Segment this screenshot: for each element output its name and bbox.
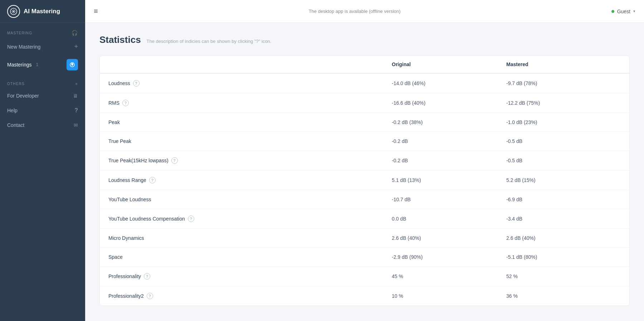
masterings-label: Masterings: [7, 62, 31, 68]
masterings-icon: [67, 59, 78, 70]
row-original-value: -16.6 dB (40%): [392, 93, 506, 113]
app-title: AI Mastering: [24, 8, 60, 15]
row-label: Space: [108, 248, 392, 266]
row-mastered-value: -12.2 dB (75%): [506, 93, 621, 113]
row-mastered-value: 36 %: [506, 286, 621, 306]
row-mastered-value: -9.7 dB (78%): [506, 74, 621, 93]
help-question-icon[interactable]: ?: [149, 177, 156, 183]
row-original-value: -0.2 dB: [392, 132, 506, 150]
sidebar-item-masterings[interactable]: Masterings 1: [0, 55, 85, 75]
sidebar-item-new-mastering[interactable]: New Mastering +: [0, 39, 85, 55]
row-label: YouTube Loudness: [108, 190, 392, 209]
help-question-icon[interactable]: ?: [147, 293, 153, 299]
page-header: Statistics The description of indicies c…: [99, 34, 630, 45]
row-label: True Peak(15kHz lowpass)?: [108, 151, 392, 170]
row-label: Loudness Range?: [108, 171, 392, 190]
username: Guest: [617, 9, 630, 14]
sidebar-item-contact[interactable]: Contact ✉: [0, 118, 85, 132]
help-question-icon[interactable]: ?: [144, 273, 150, 280]
row-mastered-value: -6.9 dB: [506, 190, 621, 209]
row-original-value: -0.2 dB: [392, 151, 506, 170]
table-body: Loudness?-14.0 dB (46%)-9.7 dB (78%)RMS?…: [100, 74, 629, 306]
row-label: Professionality?: [108, 267, 392, 286]
table-row: Loudness Range?5.1 dB (13%)5.2 dB (15%): [100, 171, 629, 190]
sidebar: AI Mastering Mastering 🎧 New Mastering +…: [0, 0, 85, 321]
stats-table: Original Mastered Loudness?-14.0 dB (46%…: [99, 55, 630, 306]
row-mastered-value: -1.0 dB (23%): [506, 113, 621, 132]
monitor-icon: 🖥: [73, 93, 78, 99]
contact-label: Contact: [7, 122, 24, 128]
topbar: ≡ The desktop app is available (offline …: [85, 0, 644, 23]
table-header: Original Mastered: [100, 56, 629, 74]
row-original-value: -10.7 dB: [392, 190, 506, 209]
masterings-badge: 1: [36, 62, 38, 67]
row-original-value: 10 %: [392, 286, 506, 306]
row-mastered-value: -0.5 dB: [506, 151, 621, 170]
row-mastered-value: -5.1 dB (80%): [506, 248, 621, 266]
row-original-value: 45 %: [392, 267, 506, 286]
table-row: True Peak-0.2 dB-0.5 dB: [100, 132, 629, 151]
list-icon: ≡: [75, 82, 78, 86]
table-row: Professionality2?10 %36 %: [100, 286, 629, 306]
logo-icon: [7, 5, 20, 18]
main-content: Statistics The description of indicies c…: [85, 23, 644, 321]
sidebar-logo: AI Mastering: [0, 0, 85, 23]
developer-label: For Developer: [7, 93, 39, 99]
hamburger-icon[interactable]: ≡: [94, 7, 98, 15]
row-label: Micro Dynamics: [108, 229, 392, 247]
online-status-dot: [611, 10, 614, 13]
table-row: True Peak(15kHz lowpass)?-0.2 dB-0.5 dB: [100, 151, 629, 171]
row-original-value: 5.1 dB (13%): [392, 171, 506, 190]
main-wrapper: ≡ The desktop app is available (offline …: [85, 0, 644, 321]
row-original-value: 0.0 dB: [392, 209, 506, 228]
new-mastering-label: New Mastering: [7, 44, 40, 50]
table-row: Micro Dynamics2.6 dB (40%)2.6 dB (40%): [100, 229, 629, 248]
topbar-notification: The desktop app is available (offline ve…: [309, 9, 401, 14]
row-original-value: -14.0 dB (46%): [392, 74, 506, 93]
page-title: Statistics: [99, 34, 141, 45]
table-row: Space-2.9 dB (90%)-5.1 dB (80%): [100, 248, 629, 267]
row-label: Peak: [108, 113, 392, 132]
sidebar-item-help[interactable]: Help ?: [0, 103, 85, 118]
mastering-section-label: Mastering 🎧: [0, 23, 85, 39]
row-label: True Peak: [108, 132, 392, 150]
table-row: Professionality?45 %52 %: [100, 267, 629, 286]
row-mastered-value: 52 %: [506, 267, 621, 286]
row-mastered-value: -3.4 dB: [506, 209, 621, 228]
row-mastered-value: 5.2 dB (15%): [506, 171, 621, 190]
table-row: Peak-0.2 dB (38%)-1.0 dB (23%): [100, 113, 629, 132]
svg-point-1: [13, 11, 14, 12]
row-label: Loudness?: [108, 74, 392, 93]
sidebar-item-developer[interactable]: For Developer 🖥: [0, 89, 85, 103]
others-section-label: Others ≡: [0, 75, 85, 89]
help-icon: ?: [74, 107, 78, 114]
col-original-header: Original: [392, 56, 506, 73]
col-mastered-header: Mastered: [506, 56, 621, 73]
headphone-icon: 🎧: [72, 30, 78, 36]
topbar-left: ≡: [94, 7, 98, 15]
page-subtitle: The description of indicies can be shown…: [147, 39, 272, 44]
user-menu[interactable]: Guest ▾: [611, 9, 635, 14]
row-mastered-value: -0.5 dB: [506, 132, 621, 150]
table-row: YouTube Loudness-10.7 dB-6.9 dB: [100, 190, 629, 209]
table-row: Loudness?-14.0 dB (46%)-9.7 dB (78%): [100, 74, 629, 93]
mail-icon: ✉: [74, 122, 78, 128]
add-icon[interactable]: +: [74, 43, 78, 50]
row-original-value: 2.6 dB (40%): [392, 229, 506, 247]
chevron-down-icon: ▾: [633, 9, 635, 14]
row-original-value: -2.9 dB (90%): [392, 248, 506, 266]
help-question-icon[interactable]: ?: [122, 100, 129, 106]
row-label: RMS?: [108, 93, 392, 113]
row-mastered-value: 2.6 dB (40%): [506, 229, 621, 247]
help-question-icon[interactable]: ?: [133, 80, 140, 87]
help-question-icon[interactable]: ?: [171, 157, 178, 164]
table-row: YouTube Loudness Compensation?0.0 dB-3.4…: [100, 209, 629, 229]
row-label: YouTube Loudness Compensation?: [108, 209, 392, 228]
help-label: Help: [7, 108, 18, 113]
table-row: RMS?-16.6 dB (40%)-12.2 dB (75%): [100, 93, 629, 113]
row-label: Professionality2?: [108, 286, 392, 306]
help-question-icon[interactable]: ?: [188, 216, 194, 222]
row-original-value: -0.2 dB (38%): [392, 113, 506, 132]
